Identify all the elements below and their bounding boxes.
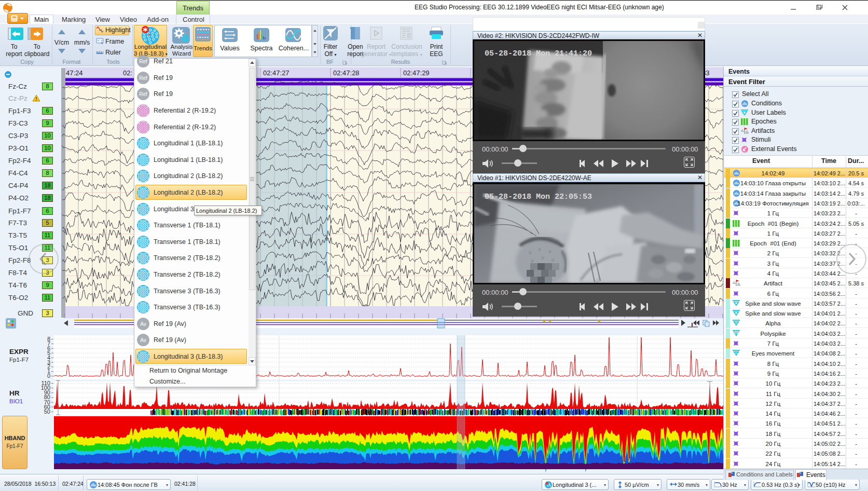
svg-text:02:47:28: 02:47:28 <box>333 69 360 77</box>
svg-text:HR: HR <box>9 389 20 397</box>
svg-text:Ref: Ref <box>139 91 147 97</box>
svg-text:02:: 02: <box>123 69 132 77</box>
svg-text:05-28-2018 Mon 21:41:20: 05-28-2018 Mon 21:41:20 <box>485 49 592 58</box>
svg-text:Ref: Ref <box>139 75 147 81</box>
svg-text:Av: Av <box>140 337 146 343</box>
svg-text:Av: Av <box>140 321 146 327</box>
svg-text:Ref: Ref <box>139 59 147 64</box>
svg-text:02:47:29: 02:47:29 <box>403 69 430 77</box>
svg-text:Fp1-F7: Fp1-F7 <box>9 357 29 363</box>
svg-text:EXPR: EXPR <box>9 348 29 356</box>
svg-text:47:24: 47:24 <box>66 69 83 77</box>
svg-text:05-28-2018 Mon 22:05:53: 05-28-2018 Mon 22:05:53 <box>485 193 592 201</box>
svg-text:0: 0 <box>47 373 50 379</box>
svg-text:02:47:27: 02:47:27 <box>263 69 290 77</box>
svg-text:50: 50 <box>44 408 50 415</box>
svg-text:BIO1: BIO1 <box>9 398 23 404</box>
